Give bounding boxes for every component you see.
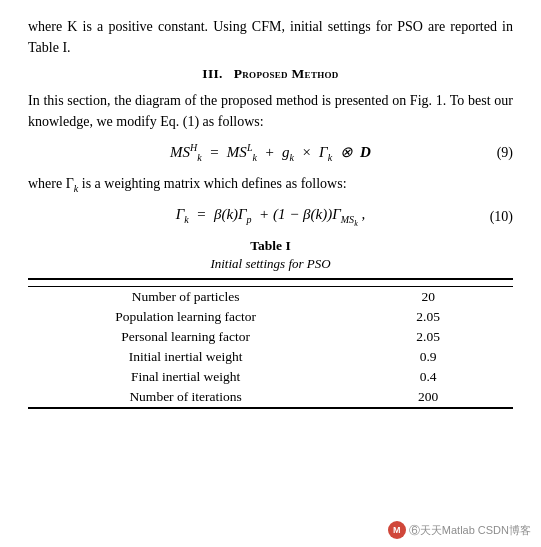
table-row: Initial inertial weight0.9 bbox=[28, 347, 513, 367]
equation-10-number: (10) bbox=[490, 209, 513, 225]
table-header-param bbox=[28, 279, 343, 287]
section-number: III. bbox=[202, 66, 222, 81]
table-header-value bbox=[343, 279, 513, 287]
table-header-row bbox=[28, 279, 513, 287]
table-cell-param: Initial inertial weight bbox=[28, 347, 343, 367]
table-row: Number of particles20 bbox=[28, 286, 513, 307]
table-cell-value: 20 bbox=[343, 286, 513, 307]
equation-10: Γk = β(k)Γp + (1 − β(k))ΓMSk , (10) bbox=[28, 206, 513, 228]
table-cell-param: Population learning factor bbox=[28, 307, 343, 327]
section-heading: III. Proposed Method bbox=[28, 66, 513, 82]
watermark-blog: CSDN博客 bbox=[478, 523, 531, 538]
watermark-icon: M bbox=[388, 521, 406, 539]
gamma-description: where Γk is a weighting matrix which def… bbox=[28, 173, 513, 196]
table-title: Table I bbox=[28, 238, 513, 254]
equation-9-content: MSHk = MSLk + gk × Γk ⊗ D bbox=[170, 142, 371, 163]
equation-10-content: Γk = β(k)Γp + (1 − β(k))ΓMSk , bbox=[176, 206, 365, 228]
body-paragraph: In this section, the diagram of the prop… bbox=[28, 90, 513, 132]
equation-9: MSHk = MSLk + gk × Γk ⊗ D (9) bbox=[28, 142, 513, 163]
table-cell-value: 2.05 bbox=[343, 327, 513, 347]
intro-text: where K is a positive constant. Using CF… bbox=[28, 19, 513, 55]
table-cell-param: Number of particles bbox=[28, 286, 343, 307]
table-row: Number of iterations200 bbox=[28, 387, 513, 408]
table-cell-param: Final inertial weight bbox=[28, 367, 343, 387]
watermark: M ⑥天天Matlab CSDN博客 bbox=[388, 521, 531, 539]
intro-paragraph: where K is a positive constant. Using CF… bbox=[28, 16, 513, 58]
table-cell-value: 200 bbox=[343, 387, 513, 408]
body-text: In this section, the diagram of the prop… bbox=[28, 93, 513, 129]
table-cell-param: Number of iterations bbox=[28, 387, 343, 408]
table-cell-value: 0.4 bbox=[343, 367, 513, 387]
watermark-platform: ⑥天天Matlab bbox=[409, 523, 475, 538]
table-row: Population learning factor2.05 bbox=[28, 307, 513, 327]
equation-9-number: (9) bbox=[497, 145, 513, 161]
table-row: Final inertial weight0.4 bbox=[28, 367, 513, 387]
table-cell-value: 0.9 bbox=[343, 347, 513, 367]
table-row: Personal learning factor2.05 bbox=[28, 327, 513, 347]
table-cell-param: Personal learning factor bbox=[28, 327, 343, 347]
table-subtitle: Initial settings for PSO bbox=[28, 256, 513, 272]
pso-settings-table: Number of particles20Population learning… bbox=[28, 278, 513, 409]
table-cell-value: 2.05 bbox=[343, 307, 513, 327]
section-title: Proposed Method bbox=[234, 66, 339, 81]
